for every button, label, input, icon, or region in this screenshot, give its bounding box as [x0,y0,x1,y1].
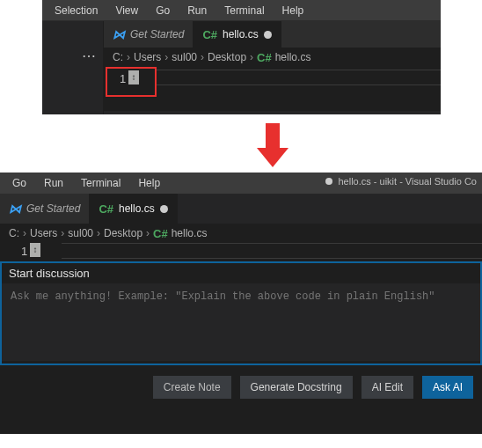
top-window: Selection View Go Run Terminal Help ⋯ ⋈ … [42,0,441,114]
tab-label: Get Started [26,202,80,215]
tabbar: ⋈ Get Started C# hello.cs [0,194,482,224]
action-bar: Create Note Generate Docstring AI Edit A… [0,365,482,434]
tab-label: Get Started [130,28,184,40]
breadcrumb-item[interactable]: sul00 [172,51,197,63]
generate-docstring-button[interactable]: Generate Docstring [240,376,353,399]
menu-terminal[interactable]: Terminal [72,173,129,193]
breadcrumb-item[interactable]: Users [30,227,57,239]
chevron-right-icon: › [97,227,100,239]
discussion-input[interactable] [2,283,480,361]
tab-get-started[interactable]: ⋈ Get Started [104,21,194,48]
breadcrumb-item[interactable]: sul00 [68,227,93,239]
dirty-indicator-icon [160,205,168,213]
menu-go[interactable]: Go [4,173,35,193]
discussion-panel: Start discussion [0,262,482,365]
line-number: 1 [120,72,126,85]
tab-get-started[interactable]: ⋈ Get Started [0,194,90,224]
breadcrumb: C:› Users› sul00› Desktop› C# hello.cs [0,224,482,243]
text-cursor-icon: ↕ [30,243,40,257]
line-number: 1 [21,245,27,258]
window-title-text: hello.cs - uikit - Visual Studio Co [338,176,477,187]
chevron-right-icon: › [250,51,253,63]
discussion-title: Start discussion [2,263,480,283]
menu-help[interactable]: Help [274,1,313,20]
more-icon[interactable]: ⋯ [42,42,103,70]
chevron-right-icon: › [146,227,150,239]
bottom-window: Go Run Terminal Help hello.cs - uikit - … [0,173,482,434]
menubar: Selection View Go Run Terminal Help [42,0,441,21]
tab-label: hello.cs [119,202,155,215]
code-editor[interactable]: 1 ↕ [104,67,441,111]
chevron-right-icon: › [61,227,64,239]
breadcrumb-file[interactable]: C# hello.cs [153,227,207,240]
text-cursor-icon: ↕ [128,70,139,84]
menu-view[interactable]: View [106,1,147,20]
current-line-highlight [157,70,441,85]
tabbar: ⋈ Get Started C# hello.cs [104,21,441,48]
csharp-icon: C# [99,202,113,216]
chevron-right-icon: › [201,51,204,63]
breadcrumb-item[interactable]: C: [9,227,19,239]
menu-go[interactable]: Go [147,1,179,20]
menu-help[interactable]: Help [129,173,169,193]
breadcrumb-file[interactable]: C# hello.cs [257,51,310,64]
tab-hello-cs[interactable]: C# hello.cs [90,194,177,224]
menubar: Go Run Terminal Help hello.cs - uikit - … [0,173,482,194]
chevron-right-icon: › [23,227,26,239]
breadcrumb-item[interactable]: Desktop [208,51,246,63]
menu-run[interactable]: Run [35,173,72,193]
breadcrumb: C:› Users› sul00› Desktop› C# hello.cs [104,48,441,67]
chevron-right-icon: › [164,51,168,63]
sidebar-placeholder [42,21,103,42]
vscode-icon: ⋈ [9,202,21,216]
ai-edit-button[interactable]: AI Edit [362,376,413,399]
chevron-right-icon: › [127,51,130,63]
breadcrumb-item[interactable]: C: [113,51,123,63]
vscode-icon: ⋈ [113,27,125,41]
tab-hello-cs[interactable]: C# hello.cs [194,21,281,48]
csharp-icon: C# [153,227,168,240]
csharp-icon: C# [202,28,217,41]
breadcrumb-file-label: hello.cs [172,227,208,239]
editor-area: ⋈ Get Started C# hello.cs C:› Users› sul… [104,21,441,111]
csharp-icon: C# [257,51,272,64]
breadcrumb-file-label: hello.cs [275,51,311,63]
breadcrumb-item[interactable]: Users [134,51,161,63]
breadcrumb-item[interactable]: Desktop [104,227,142,239]
red-arrow-annotation [255,123,290,167]
sidebar: ⋯ [42,21,104,114]
ask-ai-button[interactable]: Ask AI [422,376,473,399]
current-line-highlight [62,243,482,259]
window-title: hello.cs - uikit - Visual Studio Co [325,176,477,187]
menu-run[interactable]: Run [179,1,215,20]
menu-selection[interactable]: Selection [46,1,106,20]
tab-label: hello.cs [223,28,259,40]
code-editor[interactable]: 1 ↕ [0,243,482,262]
menu-terminal[interactable]: Terminal [215,1,273,20]
dirty-indicator-icon [264,31,272,39]
create-note-button[interactable]: Create Note [153,376,231,399]
dirty-indicator-icon [325,178,332,185]
